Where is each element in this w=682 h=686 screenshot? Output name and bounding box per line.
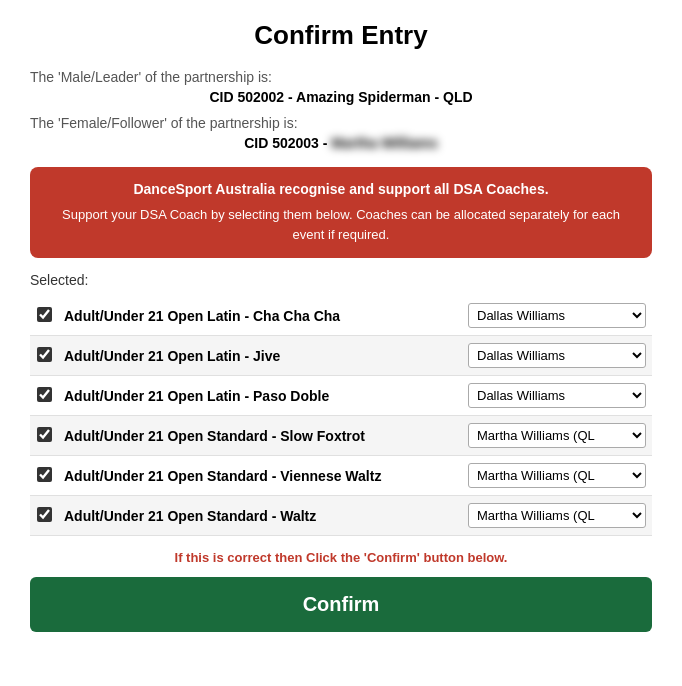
event-coach-cell: Dallas WilliamsMartha Williams (QLNo Coa… xyxy=(462,496,652,536)
notice-title: DanceSport Australia recognise and suppo… xyxy=(48,181,634,197)
event-name: Adult/Under 21 Open Standard - Waltz xyxy=(58,496,462,536)
female-follower-info: The 'Female/Follower' of the partnership… xyxy=(30,115,652,151)
confirm-instruction-highlight: 'Confirm' xyxy=(364,550,420,565)
female-follower-id: CID 502003 - Martha Williams xyxy=(30,135,652,151)
events-table: Adult/Under 21 Open Latin - Cha Cha ChaD… xyxy=(30,296,652,536)
table-row: Adult/Under 21 Open Latin - JiveDallas W… xyxy=(30,336,652,376)
event-coach-select[interactable]: Dallas WilliamsMartha Williams (QLNo Coa… xyxy=(468,463,646,488)
event-coach-select[interactable]: Dallas WilliamsMartha Williams (QLNo Coa… xyxy=(468,303,646,328)
event-coach-cell: Dallas WilliamsMartha Williams (QLNo Coa… xyxy=(462,456,652,496)
notice-box: DanceSport Australia recognise and suppo… xyxy=(30,167,652,258)
event-checkbox-cell xyxy=(30,416,58,456)
event-coach-cell: Dallas WilliamsMartha Williams (QLNo Coa… xyxy=(462,416,652,456)
event-name: Adult/Under 21 Open Latin - Jive xyxy=(58,336,462,376)
event-checkbox[interactable] xyxy=(37,507,52,522)
notice-body: Support your DSA Coach by selecting them… xyxy=(48,205,634,244)
event-coach-select[interactable]: Dallas WilliamsMartha Williams (QLNo Coa… xyxy=(468,383,646,408)
event-name: Adult/Under 21 Open Latin - Paso Doble xyxy=(58,376,462,416)
confirm-instruction-text: If this is correct then Click the xyxy=(175,550,364,565)
table-row: Adult/Under 21 Open Standard - WaltzDall… xyxy=(30,496,652,536)
event-checkbox-cell xyxy=(30,456,58,496)
event-name: Adult/Under 21 Open Standard - Slow Foxt… xyxy=(58,416,462,456)
event-checkbox-cell xyxy=(30,336,58,376)
event-coach-cell: Dallas WilliamsMartha Williams (QLNo Coa… xyxy=(462,336,652,376)
event-checkbox[interactable] xyxy=(37,467,52,482)
event-coach-cell: Dallas WilliamsMartha Williams (QLNo Coa… xyxy=(462,376,652,416)
event-checkbox-cell xyxy=(30,296,58,336)
confirm-instruction-suffix: button below. xyxy=(420,550,508,565)
event-checkbox[interactable] xyxy=(37,427,52,442)
table-row: Adult/Under 21 Open Latin - Paso DobleDa… xyxy=(30,376,652,416)
blurred-name: Martha Williams xyxy=(331,135,437,151)
page-title: Confirm Entry xyxy=(30,20,652,51)
table-row: Adult/Under 21 Open Latin - Cha Cha ChaD… xyxy=(30,296,652,336)
male-leader-id: CID 502002 - Amazing Spiderman - QLD xyxy=(30,89,652,105)
male-leader-label: The 'Male/Leader' of the partnership is: xyxy=(30,69,652,85)
female-follower-label: The 'Female/Follower' of the partnership… xyxy=(30,115,652,131)
event-coach-select[interactable]: Dallas WilliamsMartha Williams (QLNo Coa… xyxy=(468,343,646,368)
event-checkbox[interactable] xyxy=(37,347,52,362)
event-checkbox-cell xyxy=(30,496,58,536)
confirm-button[interactable]: Confirm xyxy=(30,577,652,632)
event-coach-select[interactable]: Dallas WilliamsMartha Williams (QLNo Coa… xyxy=(468,503,646,528)
event-name: Adult/Under 21 Open Latin - Cha Cha Cha xyxy=(58,296,462,336)
event-name: Adult/Under 21 Open Standard - Viennese … xyxy=(58,456,462,496)
event-checkbox-cell xyxy=(30,376,58,416)
table-row: Adult/Under 21 Open Standard - Slow Foxt… xyxy=(30,416,652,456)
event-coach-select[interactable]: Dallas WilliamsMartha Williams (QLNo Coa… xyxy=(468,423,646,448)
selected-label: Selected: xyxy=(30,272,652,288)
event-checkbox[interactable] xyxy=(37,387,52,402)
event-checkbox[interactable] xyxy=(37,307,52,322)
event-coach-cell: Dallas WilliamsMartha Williams (QLNo Coa… xyxy=(462,296,652,336)
table-row: Adult/Under 21 Open Standard - Viennese … xyxy=(30,456,652,496)
male-leader-info: The 'Male/Leader' of the partnership is:… xyxy=(30,69,652,105)
confirm-instruction: If this is correct then Click the 'Confi… xyxy=(30,550,652,565)
